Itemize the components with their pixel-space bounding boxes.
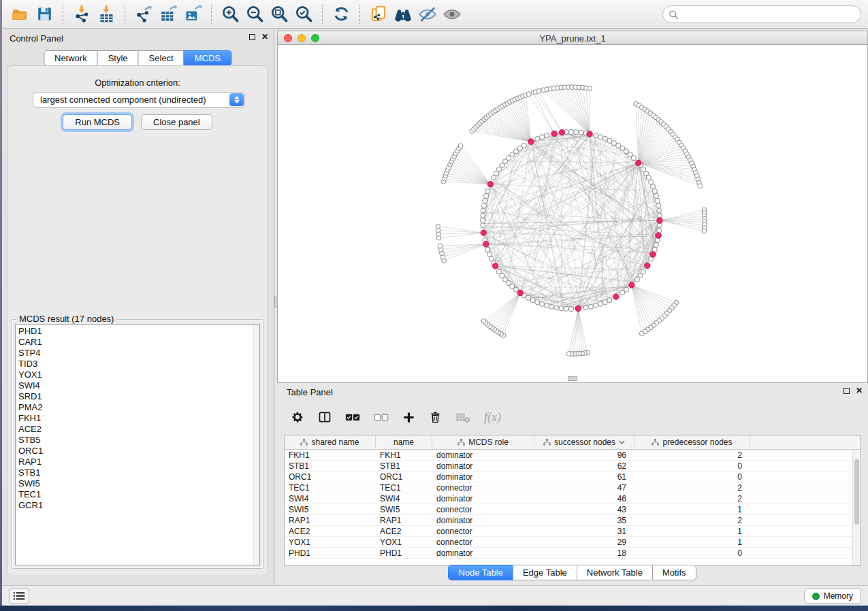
table-row[interactable]: SWI4SWI4dominator462	[285, 493, 852, 504]
column-header-name[interactable]: name	[376, 435, 432, 449]
zoom-out-button[interactable]	[242, 3, 267, 26]
result-item[interactable]: ORC1	[18, 446, 259, 457]
search-input[interactable]	[679, 7, 861, 21]
export-table-button[interactable]	[156, 3, 180, 26]
result-item[interactable]: PHD1	[18, 326, 259, 337]
tab-select[interactable]: Select	[138, 50, 184, 66]
result-item[interactable]: TID3	[18, 359, 259, 369]
result-item[interactable]: STB1	[18, 467, 259, 478]
tab-network-table[interactable]: Network Table	[577, 565, 653, 580]
column-header-MCDS-role[interactable]: MCDS role	[432, 435, 534, 449]
result-item[interactable]: PMA2	[18, 402, 259, 413]
result-item[interactable]: TEC1	[18, 489, 259, 500]
refresh-view-button[interactable]	[329, 3, 353, 26]
cell: 31	[534, 526, 634, 536]
result-item[interactable]: STP4	[18, 348, 259, 359]
cell: ACE2	[285, 526, 376, 536]
hide-vizmapper-button[interactable]	[415, 3, 440, 26]
column-header-predecessor-nodes[interactable]: predecessor nodes	[634, 435, 750, 449]
result-item[interactable]: CAR1	[18, 337, 259, 348]
mcds-result-box: PHD1CAR1STP4TID3YOX1SWI4SRD1PMA2FKH1ACE2…	[15, 324, 260, 565]
cell: dominator	[432, 515, 534, 525]
import-network-button[interactable]	[69, 3, 94, 26]
table-row[interactable]: STB1STB1dominator620	[285, 461, 852, 472]
show-graphics-button[interactable]	[440, 3, 464, 26]
close-panel-button[interactable]: Close panel	[141, 114, 212, 130]
horizontal-splitter-handle[interactable]	[568, 376, 577, 381]
unselect-all-button[interactable]	[374, 412, 389, 423]
result-item[interactable]: YOX1	[18, 369, 259, 380]
column-header-shared-name[interactable]: shared name	[285, 435, 376, 449]
control-panel: Control Panel ✕ NetworkStyleSelectMCDS O…	[2, 29, 274, 585]
sort-desc-icon	[619, 440, 625, 444]
result-scrollbar[interactable]	[253, 325, 259, 565]
close-table-panel-icon[interactable]: ✕	[856, 386, 863, 395]
zoom-in-button[interactable]	[218, 3, 242, 26]
toolbar-separator	[359, 5, 360, 24]
cell: FKH1	[376, 450, 432, 460]
float-panel-icon[interactable]	[249, 34, 255, 40]
table-row[interactable]: PHD1PHD1dominator180	[285, 548, 852, 559]
network-titlebar[interactable]: YPA_prune.txt_1	[278, 31, 867, 45]
result-item[interactable]: STB5	[18, 435, 259, 446]
export-network-button[interactable]	[131, 3, 156, 26]
tab-motifs[interactable]: Motifs	[652, 565, 696, 580]
save-session-button[interactable]	[32, 3, 57, 26]
export-image-button[interactable]	[180, 3, 205, 26]
result-item[interactable]: SRD1	[18, 391, 259, 402]
result-item[interactable]: GCR1	[18, 500, 259, 511]
tab-mcds[interactable]: MCDS	[184, 50, 231, 66]
tab-network[interactable]: Network	[44, 50, 98, 66]
delete-column-button[interactable]	[429, 411, 442, 424]
column-header-successor-nodes[interactable]: successor nodes	[534, 435, 634, 449]
optimization-select[interactable]: largest connected component (undirected)	[33, 92, 245, 108]
cell: SWI5	[285, 504, 376, 514]
open-session-button[interactable]	[7, 3, 32, 26]
tab-style[interactable]: Style	[97, 50, 139, 66]
clone-network-button[interactable]	[366, 3, 391, 26]
import-table-button[interactable]	[94, 3, 118, 26]
scrollbar-thumb[interactable]	[854, 459, 859, 525]
table-row[interactable]: FKH1FKH1dominator962	[285, 450, 852, 461]
table-row[interactable]: TEC1TEC1connector472	[285, 482, 852, 493]
table-row[interactable]: YOX1YOX1connector291	[285, 537, 852, 548]
desktop-strip	[0, 606, 868, 611]
table-row[interactable]: RAP1RAP1dominator352	[285, 515, 852, 526]
table-panel: Table Panel ✕	[277, 383, 868, 585]
memory-button[interactable]: Memory	[804, 589, 861, 604]
table-row[interactable]: ACE2ACE2connector311	[285, 526, 852, 537]
result-item[interactable]: RAP1	[18, 457, 259, 467]
result-item[interactable]: SWI5	[18, 478, 259, 489]
cell: dominator	[432, 472, 534, 482]
close-panel-icon[interactable]: ✕	[261, 33, 268, 41]
mcds-result-title: MCDS result (17 nodes)	[16, 314, 116, 324]
table-row[interactable]: ORC1ORC1dominator610	[285, 472, 852, 482]
tab-node-table[interactable]: Node Table	[448, 565, 513, 580]
network-graph	[278, 45, 867, 382]
table-body: FKH1FKH1dominator962STB1STB1dominator620…	[285, 450, 852, 565]
settings-button[interactable]	[291, 410, 304, 424]
result-item[interactable]: ACE2	[18, 424, 259, 435]
result-item[interactable]: FKH1	[18, 413, 259, 424]
cell: 35	[534, 515, 634, 525]
export-table-icon	[159, 5, 178, 23]
control-panel-title: Control Panel	[10, 33, 63, 44]
cell: YOX1	[376, 537, 432, 547]
find-button[interactable]	[391, 3, 415, 26]
search-box[interactable]	[662, 5, 861, 23]
table-row[interactable]: SWI5SWI5connector431	[285, 504, 852, 515]
desktop: Control Panel ✕ NetworkStyleSelectMCDS O…	[0, 0, 868, 611]
result-item[interactable]: SWI4	[18, 380, 259, 391]
zoom-fit-button[interactable]	[267, 3, 291, 26]
add-column-button[interactable]	[402, 411, 415, 424]
show-columns-button[interactable]	[318, 410, 332, 424]
cell: TEC1	[376, 482, 432, 493]
console-button[interactable]	[9, 589, 29, 604]
float-table-panel-icon[interactable]	[843, 388, 850, 394]
select-all-button[interactable]	[345, 412, 360, 423]
run-mcds-button[interactable]: Run MCDS	[63, 114, 132, 130]
network-canvas[interactable]	[278, 45, 867, 382]
table-scrollbar[interactable]	[852, 450, 861, 565]
tab-edge-table[interactable]: Edge Table	[513, 565, 577, 580]
zoom-selected-button[interactable]	[291, 3, 316, 26]
